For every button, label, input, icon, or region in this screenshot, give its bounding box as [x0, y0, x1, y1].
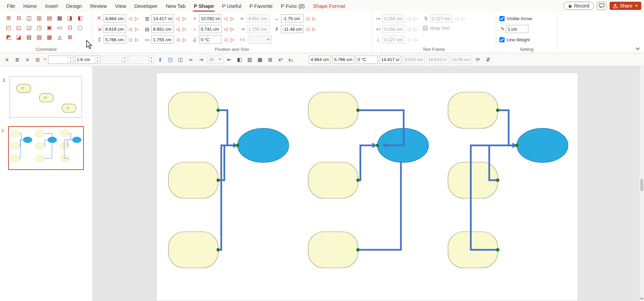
share-button[interactable]: Share — [610, 2, 641, 10]
vertical-scrollbar[interactable] — [639, 66, 644, 301]
connection-handle[interactable] — [496, 248, 499, 252]
command-icon-6[interactable]: ▦ — [56, 14, 63, 22]
scroll-down-icon[interactable] — [640, 297, 644, 300]
tab-design[interactable]: Design — [62, 0, 86, 12]
refresh-icon[interactable]: ⟳ — [474, 55, 482, 64]
command-icon-7[interactable]: ◨ — [66, 14, 74, 22]
slide-2-thumbnail[interactable] — [8, 126, 84, 170]
connection-handle[interactable] — [376, 144, 379, 147]
command-icon-3[interactable]: ◫ — [25, 14, 33, 22]
fit-height-icon[interactable]: ⇕ — [156, 55, 164, 64]
connection-handle[interactable] — [496, 178, 499, 182]
connection-handle[interactable] — [216, 109, 220, 112]
slide-sheet[interactable] — [156, 73, 578, 301]
connection-handle[interactable] — [356, 178, 360, 182]
tab-new-tab[interactable]: New Tab — [162, 0, 190, 12]
toolbar-x-input[interactable] — [309, 56, 331, 64]
subscript-icon[interactable]: x₂ — [286, 55, 295, 64]
command-icon-1[interactable]: ⊞ — [5, 14, 12, 22]
possize-r1c3-increase-button[interactable]: ▷ — [229, 16, 235, 21]
possize-r2c2-decrease-button[interactable]: ◁ — [175, 26, 181, 32]
possize-r3c2-decrease-button[interactable]: ◁ — [175, 37, 181, 42]
possize-r1c5-input[interactable] — [281, 14, 303, 23]
tab-view[interactable]: View — [111, 0, 130, 12]
columns-icon[interactable]: ▦ — [256, 55, 264, 64]
connection-handle[interactable] — [216, 178, 220, 182]
distribute-icon[interactable]: ≍ — [186, 55, 195, 64]
possize-r2c5-input[interactable] — [281, 25, 303, 33]
tab-p-favorite[interactable]: P Favorite — [245, 0, 277, 12]
tab-insert[interactable]: Insert — [41, 0, 62, 12]
command-icon-17[interactable]: ◩ — [5, 33, 12, 41]
connector-line[interactable] — [498, 110, 509, 146]
align-middle-icon[interactable]: ◫ — [176, 55, 185, 64]
command-icon-14[interactable]: ▭ — [56, 24, 63, 31]
possize-r3c1-input[interactable] — [104, 35, 126, 44]
table-icon[interactable]: ⊞ — [266, 55, 274, 64]
command-icon-21[interactable]: ▩ — [46, 33, 53, 41]
possize-r2c3-input[interactable] — [199, 25, 222, 33]
command-icon-4[interactable]: ▥ — [35, 14, 43, 22]
tab-file[interactable]: File — [3, 0, 19, 12]
connector-line[interactable] — [218, 110, 227, 146]
connection-handle[interactable] — [216, 248, 220, 252]
yellow-node-shape[interactable] — [308, 92, 358, 128]
rows-icon[interactable]: ▥ — [245, 55, 254, 64]
possize-r3c1-increase-button[interactable]: ▷ — [134, 37, 140, 42]
connection-handle[interactable] — [356, 248, 360, 252]
tab-shape-format[interactable]: Shape Format — [309, 0, 349, 12]
yellow-node-shape[interactable] — [448, 92, 498, 128]
visible-arrow-checkbox[interactable] — [499, 16, 505, 21]
possize-r1c1-input[interactable] — [104, 14, 126, 23]
command-icon-18[interactable]: ◪ — [15, 33, 23, 41]
spacing-spinner-1[interactable]: ▴▾ — [48, 56, 73, 64]
possize-r1c3-decrease-button[interactable]: ◁ — [223, 16, 228, 21]
slide-1-thumbnail[interactable] — [10, 76, 82, 118]
toolbar-y-input[interactable] — [332, 56, 354, 64]
toolbar-rotation-input[interactable] — [356, 56, 378, 64]
command-icon-20[interactable]: ▨ — [35, 33, 43, 41]
connector-line[interactable] — [358, 145, 372, 180]
grid-layout-dropdown-icon[interactable] — [44, 59, 46, 60]
yellow-node-shape[interactable] — [168, 92, 218, 128]
align-top-icon[interactable]: ◳ — [166, 55, 175, 64]
spacing-spinner-2[interactable]: ▴▾ — [75, 56, 100, 64]
possize-r2c5-increase-button[interactable]: ▷ — [311, 26, 317, 32]
connector-line[interactable] — [358, 161, 401, 250]
align-list-icon-2[interactable]: ≣ — [13, 55, 21, 64]
tab-developer[interactable]: Developer — [130, 0, 162, 12]
line-weight-input[interactable] — [506, 25, 528, 33]
possize-r2c1-input[interactable] — [104, 25, 126, 33]
spin-up-icon[interactable]: ▴ — [95, 56, 100, 60]
command-icon-12[interactable]: ◳ — [35, 24, 43, 31]
possize-r1c5-increase-button[interactable]: ▷ — [311, 16, 317, 21]
record-button[interactable]: ◉ Record — [564, 2, 594, 10]
possize-r1c1-increase-button[interactable]: ▷ — [134, 16, 140, 21]
possize-r1c1-decrease-button[interactable]: ◁ — [127, 16, 133, 21]
possize-r3c2-increase-button[interactable]: ▷ — [182, 37, 188, 42]
superscript-icon[interactable]: x² — [276, 55, 285, 64]
rotation-increase-button[interactable]: ▷ — [229, 37, 235, 42]
possize-r3c1-decrease-button[interactable]: ◁ — [127, 37, 133, 42]
tab-p-func[interactable]: P Func (β) — [277, 0, 309, 12]
command-icon-8[interactable]: ◧ — [76, 14, 84, 22]
possize-r2c3-increase-button[interactable]: ▷ — [229, 26, 235, 32]
command-icon-10[interactable]: ◱ — [15, 24, 23, 31]
align-list-icon-3[interactable]: ≡ — [23, 55, 32, 64]
possize-r1c2-input[interactable] — [151, 14, 174, 23]
tab-home[interactable]: Home — [19, 0, 41, 12]
command-icon-13[interactable]: ▣ — [46, 24, 53, 31]
command-icon-23[interactable]: ⊠ — [66, 33, 74, 41]
connection-handle[interactable] — [496, 109, 499, 112]
line-weight-checkbox[interactable] — [499, 37, 505, 42]
command-icon-19[interactable]: ▧ — [25, 33, 33, 41]
possize-r1c3-input[interactable] — [199, 14, 222, 23]
yellow-node-shape[interactable] — [308, 232, 358, 268]
grid-layout-icon[interactable]: ⊞ — [33, 55, 42, 64]
possize-r1c5-decrease-button[interactable]: ◁ — [304, 16, 310, 21]
align-list-icon-1[interactable]: ≡ — [3, 55, 11, 64]
possize-r2c2-input[interactable] — [151, 25, 174, 33]
possize-r2c2-increase-button[interactable]: ▷ — [182, 26, 188, 32]
comments-button[interactable] — [597, 2, 606, 10]
connection-handle[interactable] — [515, 144, 519, 147]
